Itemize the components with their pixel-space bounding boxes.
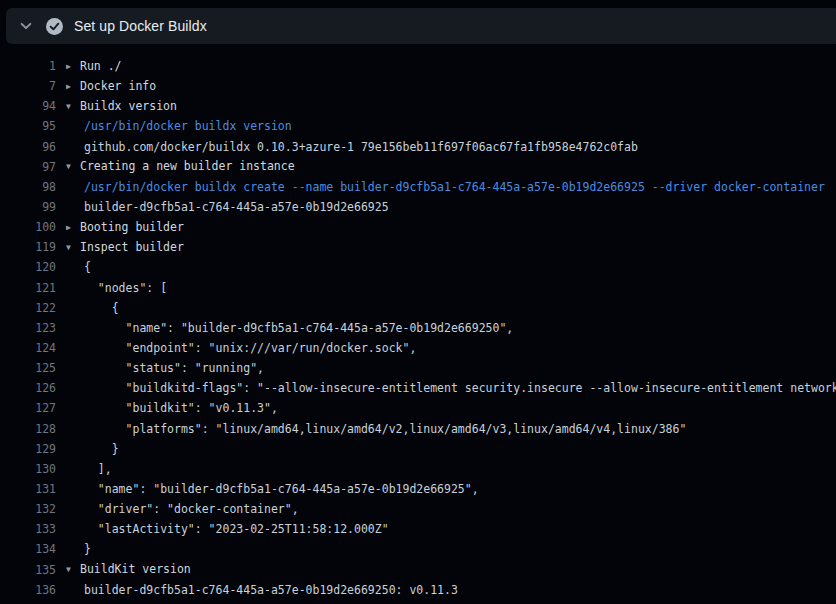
line-content: ▶Run ./ (66, 56, 122, 77)
command-text: /usr/bin/docker buildx create --name bui… (66, 180, 825, 194)
log-group-row[interactable]: 119▼Inspect builder (0, 237, 836, 257)
log-line: 99builder-d9cfb5a1-c764-445a-a57e-0b19d2… (0, 197, 836, 217)
group-title[interactable]: Inspect builder (80, 240, 184, 254)
line-number[interactable]: 121 (0, 278, 56, 298)
log-viewer: 1▶Run ./7▶Docker info94▼Buildx version95… (0, 56, 836, 600)
log-line: 133 "lastActivity": "2023-02-25T11:58:12… (0, 519, 836, 539)
line-content: ], (66, 459, 112, 479)
line-content: "lastActivity": "2023-02-25T11:58:12.000… (66, 519, 389, 539)
line-content: builder-d9cfb5a1-c764-445a-a57e-0b19d2e6… (66, 580, 458, 600)
group-collapsed-icon[interactable]: ▶ (66, 77, 80, 97)
group-title[interactable]: Creating a new builder instance (80, 159, 295, 173)
line-number[interactable]: 127 (0, 398, 56, 418)
line-number[interactable]: 136 (0, 580, 56, 600)
line-number[interactable]: 129 (0, 439, 56, 459)
output-text: "buildkitd-flags": "--allow-insecure-ent… (66, 381, 836, 395)
line-number[interactable]: 1 (0, 56, 56, 76)
line-content: { (66, 298, 119, 318)
group-title[interactable]: Docker info (80, 79, 156, 93)
line-number[interactable]: 130 (0, 459, 56, 479)
output-text: { (66, 301, 119, 315)
log-line: 120{ (0, 257, 836, 277)
log-line: 98/usr/bin/docker buildx create --name b… (0, 177, 836, 197)
log-group-row[interactable]: 135▼BuildKit version (0, 560, 836, 580)
line-content: } (66, 439, 119, 459)
output-text: } (66, 542, 91, 556)
line-number[interactable]: 94 (0, 96, 56, 116)
line-number[interactable]: 120 (0, 257, 56, 277)
log-group-row[interactable]: 94▼Buildx version (0, 96, 836, 116)
line-content: "name": "builder-d9cfb5a1-c764-445a-a57e… (66, 318, 513, 338)
output-text: "status": "running", (66, 361, 264, 375)
line-content: "buildkitd-flags": "--allow-insecure-ent… (66, 378, 836, 398)
group-expanded-icon[interactable]: ▼ (66, 157, 80, 177)
group-expanded-icon[interactable]: ▼ (66, 560, 80, 580)
log-line: 121 "nodes": [ (0, 278, 836, 298)
line-content: "endpoint": "unix:///var/run/docker.sock… (66, 338, 416, 358)
log-line: 134} (0, 539, 836, 559)
group-title[interactable]: BuildKit version (80, 562, 191, 576)
line-content: } (66, 539, 91, 559)
line-content: "name": "builder-d9cfb5a1-c764-445a-a57e… (66, 479, 479, 499)
line-number[interactable]: 100 (0, 217, 56, 237)
line-number[interactable]: 119 (0, 237, 56, 257)
output-text: "name": "builder-d9cfb5a1-c764-445a-a57e… (66, 321, 513, 335)
group-collapsed-icon[interactable]: ▶ (66, 57, 80, 77)
line-number[interactable]: 99 (0, 197, 56, 217)
log-line: 125 "status": "running", (0, 358, 836, 378)
group-title[interactable]: Run ./ (80, 59, 122, 73)
line-number[interactable]: 123 (0, 318, 56, 338)
step-header[interactable]: Set up Docker Buildx (6, 8, 836, 44)
log-line: 123 "name": "builder-d9cfb5a1-c764-445a-… (0, 318, 836, 338)
line-number[interactable]: 7 (0, 76, 56, 96)
output-text: "name": "builder-d9cfb5a1-c764-445a-a57e… (66, 482, 479, 496)
line-content: ▼Buildx version (66, 96, 177, 117)
check-circle-icon (44, 16, 64, 36)
log-group-row[interactable]: 100▶Booting builder (0, 217, 836, 237)
line-number[interactable]: 135 (0, 560, 56, 580)
line-number[interactable]: 124 (0, 338, 56, 358)
line-number[interactable]: 122 (0, 298, 56, 318)
output-text: "platforms": "linux/amd64,linux/amd64/v2… (66, 422, 686, 436)
log-line: 126 "buildkitd-flags": "--allow-insecure… (0, 378, 836, 398)
log-group-row[interactable]: 1▶Run ./ (0, 56, 836, 76)
line-number[interactable]: 131 (0, 479, 56, 499)
line-content: ▶Booting builder (66, 217, 184, 238)
log-line: 129 } (0, 439, 836, 459)
line-content: builder-d9cfb5a1-c764-445a-a57e-0b19d2e6… (66, 197, 389, 217)
line-content: github.com/docker/buildx 0.10.3+azure-1 … (66, 137, 638, 157)
line-number[interactable]: 134 (0, 539, 56, 559)
log-lines: 1▶Run ./7▶Docker info94▼Buildx version95… (0, 56, 836, 600)
line-number[interactable]: 126 (0, 378, 56, 398)
group-title[interactable]: Buildx version (80, 99, 177, 113)
log-group-row[interactable]: 97▼Creating a new builder instance (0, 157, 836, 177)
line-number[interactable]: 98 (0, 177, 56, 197)
line-content: "status": "running", (66, 358, 264, 378)
log-group-row[interactable]: 7▶Docker info (0, 76, 836, 96)
output-text: { (66, 260, 91, 274)
line-number[interactable]: 132 (0, 499, 56, 519)
group-collapsed-icon[interactable]: ▶ (66, 218, 80, 238)
command-text: /usr/bin/docker buildx version (66, 119, 292, 133)
log-line: 96github.com/docker/buildx 0.10.3+azure-… (0, 137, 836, 157)
line-number[interactable]: 125 (0, 358, 56, 378)
line-number[interactable]: 133 (0, 519, 56, 539)
line-number[interactable]: 128 (0, 419, 56, 439)
line-number[interactable]: 97 (0, 157, 56, 177)
log-line: 122 { (0, 298, 836, 318)
actions-log-page: { "header": { "title": "Set up Docker Bu… (0, 0, 836, 604)
group-title[interactable]: Booting builder (80, 220, 184, 234)
line-number[interactable]: 96 (0, 137, 56, 157)
group-expanded-icon[interactable]: ▼ (66, 238, 80, 258)
log-line: 95/usr/bin/docker buildx version (0, 116, 836, 136)
group-expanded-icon[interactable]: ▼ (66, 97, 80, 117)
log-line: 130 ], (0, 459, 836, 479)
log-line: 128 "platforms": "linux/amd64,linux/amd6… (0, 419, 836, 439)
output-text: builder-d9cfb5a1-c764-445a-a57e-0b19d2e6… (66, 200, 389, 214)
output-text: "lastActivity": "2023-02-25T11:58:12.000… (66, 522, 389, 536)
log-line: 131 "name": "builder-d9cfb5a1-c764-445a-… (0, 479, 836, 499)
line-content: { (66, 257, 91, 277)
line-number[interactable]: 95 (0, 116, 56, 136)
chevron-down-icon[interactable] (14, 14, 38, 38)
line-content: /usr/bin/docker buildx version (66, 116, 292, 136)
